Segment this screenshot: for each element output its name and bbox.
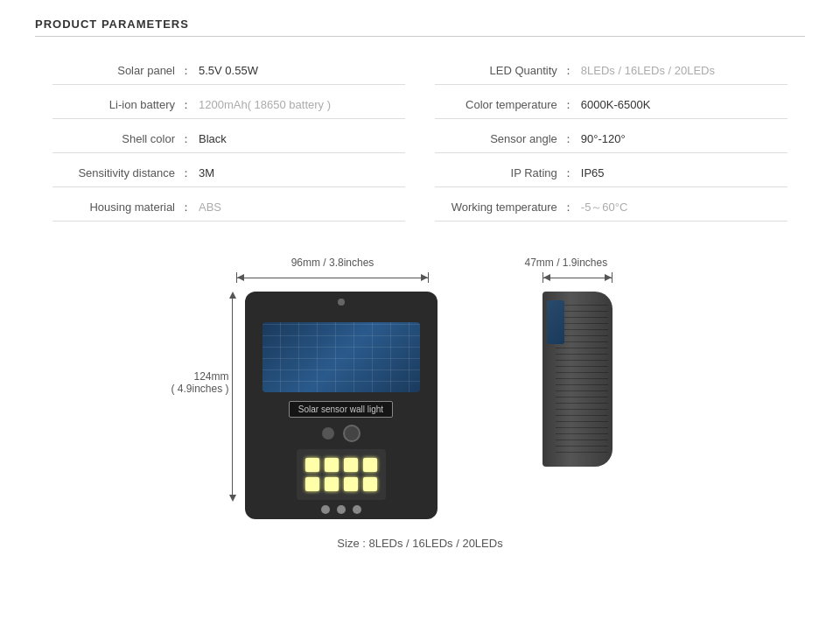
param-value-led-qty: 8LEDs / 16LEDs / 20LEDs	[581, 64, 715, 77]
param-value-battery: 1200mAh( 18650 battery )	[199, 98, 331, 111]
param-label-ip: IP Rating	[435, 166, 557, 179]
param-row-solar: Solar panel ： 5.5V 0.55W	[52, 63, 405, 85]
param-label-color-temp: Color temperature	[435, 98, 557, 111]
param-colon-ip: ：	[563, 165, 574, 181]
param-label-shell: Shell color	[52, 132, 175, 145]
width-measure: 96mm / 3.8inches	[236, 257, 429, 283]
param-value-ip: IP65	[581, 166, 605, 179]
param-label-housing: Housing material	[52, 200, 175, 214]
param-colon-shell: ：	[180, 131, 192, 147]
led-3	[344, 458, 358, 472]
led-2	[325, 458, 339, 472]
param-label-sensor-angle: Sensor angle	[435, 132, 557, 145]
led-7	[344, 477, 358, 491]
bottom-dot-1	[321, 505, 330, 514]
param-label-sensitivity: Sensitivity distance	[52, 166, 175, 179]
front-view-container: 96mm / 3.8inches 1	[228, 257, 438, 519]
width-measure-right: 47mm / 1.9inches	[542, 257, 612, 283]
param-label-battery: Li-ion battery	[52, 98, 175, 111]
param-row-sensitivity: Sensitivity distance ： 3M	[52, 165, 405, 187]
width-right-label: 47mm / 1.9inches	[525, 257, 595, 269]
param-row-sensor-angle: Sensor angle ： 90°-120°	[435, 131, 788, 153]
height-measure: 124mm ( 4.9inches )	[228, 292, 236, 502]
solar-panel-visual	[262, 322, 420, 392]
sensor-row	[322, 425, 360, 442]
bottom-dot-3	[353, 505, 361, 514]
param-value-working-temp: -5～60°C	[581, 200, 628, 215]
width-label: 96mm / 3.8inches	[236, 257, 429, 269]
param-row-led-qty: LED Quantity ： 8LEDs / 16LEDs / 20LEDs	[435, 63, 788, 85]
sensor-dot	[322, 427, 334, 440]
param-colon-color-temp: ：	[563, 97, 574, 113]
param-row-battery: Li-ion battery ： 1200mAh( 18650 battery …	[52, 97, 405, 119]
param-colon-led-qty: ：	[563, 63, 574, 79]
product-side-image	[542, 292, 612, 467]
front-view-with-height: 124mm ( 4.9inches )	[228, 292, 438, 519]
led-grid	[297, 449, 386, 500]
param-row-ip: IP Rating ： IP65	[435, 165, 788, 187]
section-title: PRODUCT PARAMETERS	[35, 18, 805, 31]
param-value-sensitivity: 3M	[199, 166, 214, 179]
param-row-working-temp: Working temperature ： -5～60°C	[435, 200, 788, 222]
header-divider	[35, 36, 805, 37]
param-value-shell: Black	[199, 132, 227, 145]
bottom-dot-2	[337, 505, 346, 514]
params-col-right: LED Quantity ： 8LEDs / 16LEDs / 20LEDs C…	[435, 63, 788, 222]
led-4	[363, 458, 377, 472]
param-value-housing: ABS	[199, 200, 221, 214]
param-value-color-temp: 6000K-6500K	[581, 98, 651, 111]
param-value-solar: 5.5V 0.55W	[199, 64, 258, 77]
led-1	[305, 458, 319, 472]
param-label-working-temp: Working temperature	[435, 200, 557, 214]
led-8	[363, 477, 377, 491]
param-colon-battery: ：	[180, 97, 192, 113]
size-caption: Size : 8LEDs / 16LEDs / 20LEDs	[35, 537, 805, 550]
param-colon-sensor-angle: ：	[563, 131, 574, 147]
pir-sensor	[343, 425, 360, 442]
height-label: 124mm ( 4.9inches )	[172, 370, 229, 395]
product-front-image: Solar sensor wall light	[245, 292, 438, 519]
param-label-solar: Solar panel	[52, 64, 175, 77]
param-label-led-qty: LED Quantity	[435, 64, 557, 77]
param-colon-solar: ：	[180, 63, 192, 79]
params-col-left: Solar panel ： 5.5V 0.55W Li-ion battery …	[52, 63, 405, 222]
page: PRODUCT PARAMETERS Solar panel ： 5.5V 0.…	[0, 0, 840, 626]
product-label-text: Solar sensor wall light	[289, 401, 393, 418]
led-5	[305, 477, 319, 491]
led-6	[325, 477, 339, 491]
param-row-shell: Shell color ： Black	[52, 131, 405, 153]
side-view-container: 47mm / 1.9inches	[542, 257, 612, 467]
param-colon-housing: ：	[180, 200, 192, 215]
params-section: Solar panel ： 5.5V 0.55W Li-ion battery …	[35, 54, 805, 230]
section-header: PRODUCT PARAMETERS	[35, 18, 805, 37]
param-value-sensor-angle: 90°-120°	[581, 132, 626, 145]
param-colon-sensitivity: ：	[180, 165, 192, 181]
dimensions-section: 96mm / 3.8inches 1	[35, 257, 805, 550]
bottom-dots	[321, 505, 361, 514]
param-row-color-temp: Color temperature ： 6000K-6500K	[435, 97, 788, 119]
param-row-housing: Housing material ： ABS	[52, 200, 405, 222]
param-colon-working-temp: ：	[563, 200, 574, 215]
